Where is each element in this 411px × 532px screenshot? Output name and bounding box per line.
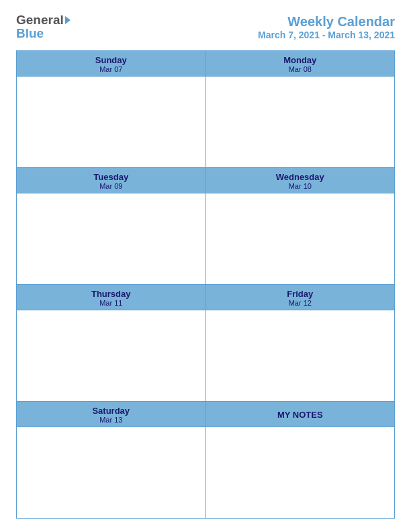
row-tue-wed-header: Tuesday Mar 09 Wednesday Mar 10 (17, 168, 394, 193)
wednesday-date: Mar 10 (289, 182, 312, 190)
cell-wednesday-content (206, 193, 395, 284)
saturday-label: Saturday (92, 406, 130, 416)
row-sat-notes-content (17, 427, 394, 518)
cell-thursday-content (17, 310, 206, 401)
tuesday-label: Tuesday (93, 172, 128, 182)
cell-wednesday-header: Wednesday Mar 10 (206, 168, 395, 193)
cell-notes-header: MY NOTES (206, 402, 395, 427)
friday-date: Mar 12 (289, 299, 312, 307)
cell-thursday-header: Thursday Mar 11 (17, 285, 206, 310)
sunday-date: Mar 07 (99, 65, 122, 73)
thursday-label: Thursday (91, 289, 131, 299)
row-thu-fri-header: Thursday Mar 11 Friday Mar 12 (17, 285, 394, 310)
cell-friday-header: Friday Mar 12 (206, 285, 395, 310)
saturday-date: Mar 13 (99, 416, 122, 424)
cell-tuesday-content (17, 193, 206, 284)
row-sun-mon-header: Sunday Mar 07 Monday Mar 08 (17, 51, 394, 77)
cell-tuesday-header: Tuesday Mar 09 (17, 168, 206, 193)
date-range: March 7, 2021 - March 13, 2021 (258, 30, 395, 40)
title-block: Weekly Calendar March 7, 2021 - March 13… (258, 14, 395, 40)
friday-label: Friday (287, 289, 313, 299)
row-sat-notes-header: Saturday Mar 13 MY NOTES (17, 402, 394, 427)
notes-label: MY NOTES (277, 410, 323, 420)
cell-saturday-header: Saturday Mar 13 (17, 402, 206, 427)
calendar-grid: Sunday Mar 07 Monday Mar 08 Tuesday Mar … (16, 50, 395, 519)
cell-sunday-header: Sunday Mar 07 (17, 51, 206, 76)
cell-saturday-content (17, 427, 206, 518)
calendar-title: Weekly Calendar (258, 14, 395, 30)
cell-monday-content (206, 77, 395, 167)
logo-general-text: General (16, 13, 64, 26)
page-header: General Blue Weekly Calendar March 7, 20… (16, 13, 395, 41)
tuesday-date: Mar 09 (99, 182, 122, 190)
page: General Blue Weekly Calendar March 7, 20… (0, 0, 411, 532)
logo-blue-text: Blue (16, 26, 44, 40)
cell-friday-content (206, 310, 395, 401)
wednesday-label: Wednesday (276, 172, 324, 182)
monday-label: Monday (283, 55, 316, 65)
cell-monday-header: Monday Mar 08 (206, 51, 395, 76)
thursday-date: Mar 11 (99, 299, 122, 307)
sunday-label: Sunday (95, 55, 127, 65)
row-tue-wed-content (17, 193, 394, 285)
logo: General Blue (16, 13, 71, 41)
monday-date: Mar 08 (289, 65, 312, 73)
row-thu-fri-content (17, 310, 394, 402)
row-sun-mon-content (17, 77, 394, 168)
logo-arrow-icon (65, 16, 71, 24)
cell-sunday-content (17, 77, 206, 167)
cell-notes-content[interactable] (206, 427, 395, 518)
